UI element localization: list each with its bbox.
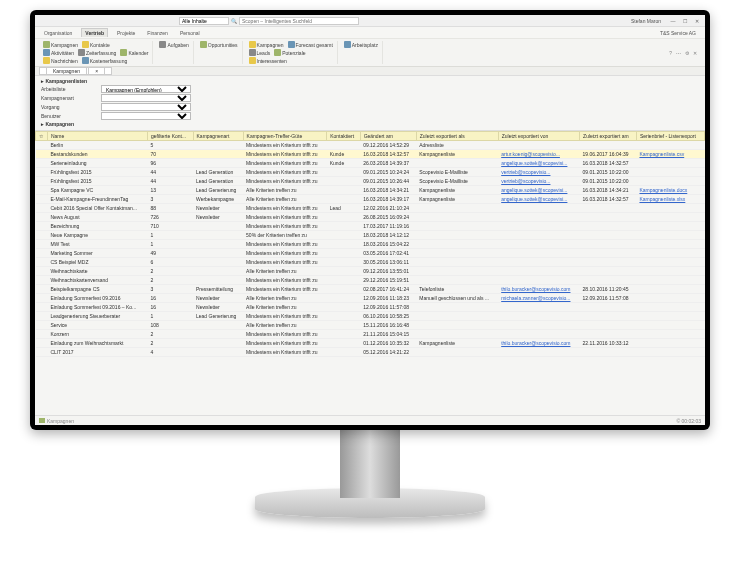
table-scroll[interactable]: ☆Namegefilterte Kont...KampagnenartKampa… <box>35 131 705 425</box>
column-header[interactable]: Kontaktiert <box>327 132 360 141</box>
filter-label-2: Vorgang <box>41 104 101 110</box>
global-search-input[interactable] <box>239 17 359 25</box>
exporter-link[interactable]: thilo.buracker@scopevisio.com <box>501 286 570 292</box>
ribbon-aufgaben[interactable]: Aufgaben <box>159 41 188 48</box>
ribbon-icon <box>288 41 295 48</box>
filter-select-benutzer[interactable] <box>101 112 191 120</box>
export-file-link[interactable]: Kampagnenliste.csv <box>639 151 684 157</box>
ribbon-icon <box>82 57 89 64</box>
ribbon-icon <box>43 41 50 48</box>
ribbon-kampagnen[interactable]: Kampagnen <box>43 41 78 48</box>
ribbon-tab-projekte[interactable]: Projekte <box>114 29 138 37</box>
table-row[interactable]: Einladung Sommerfest 09.201616Newsletter… <box>36 294 705 303</box>
filter-label-0: Arbeitsliste <box>41 86 101 92</box>
table-row[interactable]: Frühlingsfest 201544Lead GenerationMinde… <box>36 168 705 177</box>
table-row[interactable]: Beispielkampagne CS3PressemitteilungMind… <box>36 285 705 294</box>
column-header[interactable]: Zuletzt exportiert am <box>580 132 637 141</box>
user-name: Stefan Maron <box>631 18 661 24</box>
table-row[interactable]: Weihnachtskartenversand2Mindestens ein K… <box>36 276 705 285</box>
exporter-link[interactable]: angelique.sottek@scopevisi... <box>501 196 567 202</box>
ribbon-interessenten[interactable]: Interessenten <box>249 57 287 64</box>
section-kampagnen: ▸ Kampagnen <box>41 121 699 127</box>
help-icon[interactable]: ? <box>669 50 672 56</box>
ribbon-opportunities[interactable]: Opportunities <box>200 41 238 48</box>
table-row[interactable]: Bezeichnung710Mindestens ein Kriterium t… <box>36 222 705 231</box>
ribbon-kalender[interactable]: Kalender <box>120 49 148 56</box>
table-row[interactable]: Service108Alle Kriterien treffen zu15.11… <box>36 321 705 330</box>
exporter-link[interactable]: vertrieb@scopevisio... <box>501 169 550 175</box>
ribbon-icon <box>249 49 256 56</box>
column-header[interactable]: Kampagnenart <box>193 132 243 141</box>
table-row[interactable]: Neue Kampagne150% der Kriterien treffen … <box>36 231 705 240</box>
ribbon-tab-vertrieb[interactable]: Vertrieb <box>81 28 108 37</box>
ribbon-zeiterfassung[interactable]: Zeiterfassung <box>78 49 116 56</box>
exporter-link[interactable]: artur.koenig@scopevisio... <box>501 151 560 157</box>
table-row[interactable]: E-Mail-Kampagne-FreundinnenTag3Werbekamp… <box>36 195 705 204</box>
ribbon-kostenerfassung[interactable]: Kostenerfassung <box>82 57 128 64</box>
table-row[interactable]: Weihnachtskarte2Alle Kriterien treffen z… <box>36 267 705 276</box>
column-header[interactable]: Geändert am <box>360 132 416 141</box>
tab-close-icon[interactable]: × <box>88 67 105 75</box>
column-header[interactable]: Name <box>47 132 147 141</box>
ribbon-aktivitäten[interactable]: Aktivitäten <box>43 49 74 56</box>
company-label: T&S Service AG <box>657 29 699 37</box>
minimize-button[interactable]: — <box>669 18 677 24</box>
table-row[interactable]: Leadgenerierung Steuerberater1Lead Gener… <box>36 312 705 321</box>
ribbon-icon <box>78 49 85 56</box>
exporter-link[interactable]: thilo.buracker@scopevisio.com <box>501 340 570 346</box>
table-row[interactable]: Serieneinladung96Mindestens ein Kriteriu… <box>36 159 705 168</box>
table-row[interactable]: Cebit 2016 Special Offer Kontaktman...88… <box>36 204 705 213</box>
filter-select-kampagnenart[interactable] <box>101 94 191 102</box>
exporter-link[interactable]: vertrieb@scopevisio... <box>501 178 550 184</box>
ribbon-tab-finanzen[interactable]: Finanzen <box>144 29 171 37</box>
export-file-link[interactable]: Kampagnenliste.xlsx <box>639 196 685 202</box>
ribbon-leads[interactable]: Leads <box>249 49 271 56</box>
filter-select-arbeitsliste[interactable]: Kampagnen (Empfohlen) <box>101 85 191 93</box>
table-row[interactable]: Einladung Sommerfest 09.2016 – Ko...16Ne… <box>36 303 705 312</box>
ribbon-forecast-gesamt[interactable]: Forecast gesamt <box>288 41 333 48</box>
filter-select-vorgang[interactable] <box>101 103 191 111</box>
ribbon: KampagnenKontakteAktivitätenZeiterfassun… <box>35 39 705 67</box>
settings-icon[interactable]: ⚙ <box>685 50 689 56</box>
table-row[interactable]: CS Beispiel MDZ6Mindestens ein Kriterium… <box>36 258 705 267</box>
tab-kampagnen[interactable]: Kampagnen × <box>39 67 112 75</box>
table-row[interactable]: Frühlingsfest 201544Lead GenerationMinde… <box>36 177 705 186</box>
exporter-link[interactable]: angelique.sottek@scopevisi... <box>501 187 567 193</box>
table-row[interactable]: Spa Kampagne VC13Lead GenerierungAlle Kr… <box>36 186 705 195</box>
ribbon-kontakte[interactable]: Kontakte <box>82 41 110 48</box>
ribbon-tab-personal[interactable]: Personal <box>177 29 203 37</box>
ribbon-kampagnen[interactable]: Kampagnen <box>249 41 284 48</box>
table-row[interactable]: Marketing Sommer49Mindestens ein Kriteri… <box>36 249 705 258</box>
status-left: Kampagnen <box>47 418 74 424</box>
ribbon-tab-organisation[interactable]: Organisation <box>41 29 75 37</box>
column-header[interactable]: gefilterte Kont... <box>148 132 193 141</box>
search-scope-select[interactable] <box>179 17 229 25</box>
table-row[interactable]: Bestandskunden70Mindestens ein Kriterium… <box>36 150 705 159</box>
column-header[interactable]: Zuletzt exportiert als <box>416 132 498 141</box>
column-header[interactable]: Serienbrief - Listenexport <box>636 132 704 141</box>
table-row[interactable]: Konzern2Mindestens ein Kriterium trifft … <box>36 330 705 339</box>
table-row[interactable]: CLIT 20174Mindestens ein Kriterium triff… <box>36 348 705 357</box>
filter-panel: ▸ Kampagnenlisten ArbeitslisteKampagnen … <box>35 76 705 131</box>
more-icon[interactable]: ⋯ <box>676 50 681 56</box>
close-button[interactable]: ✕ <box>693 18 701 24</box>
ribbon-arbeitsplatz[interactable]: Arbeitsplatz <box>344 41 378 48</box>
exporter-link[interactable]: angelique.sottek@scopevisi... <box>501 160 567 166</box>
table-row[interactable]: News August726NewsletterMindestens ein K… <box>36 213 705 222</box>
exporter-link[interactable]: michaela.zanner@scopevisio... <box>501 295 570 301</box>
maximize-button[interactable]: ☐ <box>681 18 689 24</box>
table-row[interactable]: Einladung zum Weihnachtsmarkt2Mindestens… <box>36 339 705 348</box>
ribbon-potenziale[interactable]: Potenziale <box>274 49 305 56</box>
column-header[interactable]: Kampagnen-Treffer-Güte <box>243 132 327 141</box>
column-header[interactable]: ☆ <box>36 132 48 141</box>
export-file-link[interactable]: Kampagnenliste.docx <box>639 187 687 193</box>
filter-label-3: Benutzer <box>41 113 101 119</box>
kampagnen-table: ☆Namegefilterte Kont...KampagnenartKampa… <box>35 131 705 357</box>
table-row[interactable]: MW Test1Mindestens ein Kriterium trifft … <box>36 240 705 249</box>
ribbon-nachrichten[interactable]: Nachrichten <box>43 57 78 64</box>
table-row[interactable]: Berlin5Mindestens ein Kriterium trifft z… <box>36 141 705 150</box>
column-header[interactable]: Zuletzt exportiert von <box>498 132 579 141</box>
ribbon-icon <box>344 41 351 48</box>
ribbon-close-icon[interactable]: ✕ <box>693 50 697 56</box>
ribbon-icon <box>82 41 89 48</box>
